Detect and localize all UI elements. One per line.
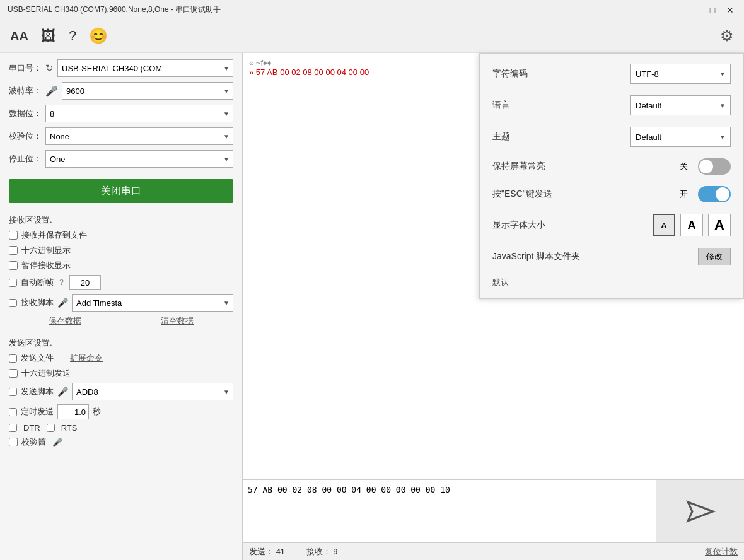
baud-select-wrapper: 9600 115200 4800 [62,82,233,100]
send-file-row: 发送文件 扩展命令 [9,353,233,364]
auto-frame-input[interactable] [69,275,101,290]
data-bits-row: 数据位： 8 7 6 5 [9,105,233,122]
reset-count-button[interactable]: 复位计数 [705,546,738,557]
checksum-icon: 🎤 [52,438,62,447]
refresh-port-icon[interactable]: ↻ [45,62,54,74]
parity-label: 校验位： [9,131,45,142]
data-bits-select-wrapper: 8 7 6 5 [45,105,233,122]
close-port-button[interactable]: 关闭串口 [9,179,233,203]
window-title: USB-SERIAL CH340 (COM7),9600,None,8,One … [8,4,221,15]
font-size-row: 显示字体大小 A A A [492,214,731,236]
send-script-row: 发送脚本 🎤 ADD8 [9,383,233,400]
language-select-wrapper: Default 中文 English [630,95,731,115]
send-script-select[interactable]: ADD8 [72,383,233,400]
status-bar: 发送： 41 接收： 9 复位计数 [243,542,744,560]
send-count-value: 41 [276,547,285,556]
receive-count-value: 9 [333,547,337,556]
keep-screen-label: 保持屏幕常亮 [492,161,545,172]
baud-select[interactable]: 9600 115200 4800 [62,82,233,100]
send-section-title: 发送区设置. [9,337,233,349]
auto-frame-help-icon[interactable]: ？ [57,277,66,288]
hex-send-checkbox[interactable] [9,369,18,378]
font-size-large-button[interactable]: A [708,214,731,236]
send-button[interactable] [678,493,723,530]
js-folder-default-row: 默认 [492,277,731,288]
auto-frame-checkbox[interactable] [9,279,17,287]
pause-display-label: 暂停接收显示 [21,260,71,271]
js-folder-default-text: 默认 [492,277,509,287]
receive-script-label: 接收脚本 [21,297,54,308]
save-file-label: 接收并保存到文件 [21,230,87,241]
send-script-label: 发送脚本 [21,386,54,397]
left-panel: 串口号： ↻ USB-SERIAL CH340 (COM 波特率： 🎤 9600… [0,53,243,560]
receive-script-checkbox[interactable] [9,299,17,307]
pause-display-row: 暂停接收显示 [9,260,233,271]
keep-screen-toggle[interactable] [698,158,731,175]
rts-label: RTS [61,423,78,433]
expand-cmd-button[interactable]: 扩展命令 [70,353,103,364]
minimize-button[interactable]: — [689,4,701,16]
theme-select[interactable]: Default Dark Light [630,127,731,147]
receive-script-icon: 🎤 [57,298,68,308]
js-folder-row: JavaScript 脚本文件夹 修改 [492,248,731,265]
checksum-label: 校验筒 [21,436,46,448]
language-select[interactable]: Default 中文 English [630,95,731,115]
auto-frame-label: 自动断帧 [21,277,54,288]
save-data-button[interactable]: 保存数据 [49,315,81,327]
esc-send-toggle[interactable] [698,186,731,202]
clear-data-button[interactable]: 清空数据 [161,315,194,327]
toolbar-left: AA 🖼 ? 😊 [10,27,108,45]
send-button-area [656,480,744,542]
hex-display-row: 十六进制显示 [9,245,233,256]
send-textarea[interactable]: 57 AB 00 02 08 00 00 04 00 00 00 00 00 1… [243,480,656,542]
send-script-select-wrapper: ADD8 [72,383,233,400]
toggle-knob-esc-send [716,187,729,201]
rts-checkbox[interactable] [47,424,55,432]
right-panel: « ~f♦♦ » 57 AB 00 02 08 00 00 04 00 00 5… [243,53,744,560]
port-label: 串口号： [9,62,45,74]
charset-label: 字符编码 [492,68,528,79]
timed-send-checkbox[interactable] [9,408,17,416]
send-count-label: 发送： [249,547,274,556]
pause-display-checkbox[interactable] [9,261,18,270]
hex-display-checkbox[interactable] [9,246,18,255]
image-toolbar-icon[interactable]: 🖼 [41,27,56,45]
keep-screen-state: 关 [680,161,688,172]
dtr-label: DTR [23,423,40,433]
face-toolbar-icon[interactable]: 😊 [89,27,108,45]
js-folder-modify-button[interactable]: 修改 [698,248,731,265]
receive-script-select[interactable]: Add Timesta [72,294,233,312]
dtr-rts-row: DTR RTS [9,423,233,433]
font-size-small-button[interactable]: A [653,214,675,236]
baud-icon: 🎤 [45,85,58,97]
save-file-checkbox[interactable] [9,231,18,240]
settings-toolbar-icon[interactable]: ⚙ [720,27,734,45]
parity-select-wrapper: None Even Odd [45,127,233,145]
data-bits-select[interactable]: 8 7 6 5 [45,105,233,122]
status-left: 发送： 41 接收： 9 [249,546,338,557]
send-script-checkbox[interactable] [9,388,17,396]
send-file-checkbox[interactable] [9,354,17,363]
hex-send-row: 十六进制发送 [9,368,233,379]
language-row: 语言 Default 中文 English [492,95,731,115]
charset-select[interactable]: UTF-8 GBK ASCII [630,64,731,84]
parity-select[interactable]: None Even Odd [45,127,233,145]
stop-bits-select[interactable]: One Two [45,150,233,168]
save-file-row: 接收并保存到文件 [9,230,233,241]
font-size-buttons: A A A [653,214,731,236]
close-window-button[interactable]: ✕ [724,4,736,16]
toggle-knob-keep-screen [699,160,713,173]
timed-send-input[interactable] [57,404,89,419]
js-folder-label: JavaScript 脚本文件夹 [492,251,580,262]
port-select[interactable]: USB-SERIAL CH340 (COM [57,59,233,77]
receive-script-select-wrapper: Add Timesta [72,294,233,312]
help-toolbar-icon[interactable]: ? [69,28,76,44]
send-script-icon: 🎤 [57,387,68,397]
dtr-checkbox[interactable] [9,424,17,432]
font-size-toolbar-icon[interactable]: AA [10,29,28,44]
seconds-label: 秒 [93,406,101,417]
font-size-medium-button[interactable]: A [680,214,703,236]
theme-row: 主题 Default Dark Light [492,127,731,147]
maximize-button[interactable]: □ [706,4,719,16]
checksum-checkbox[interactable] [9,438,18,446]
